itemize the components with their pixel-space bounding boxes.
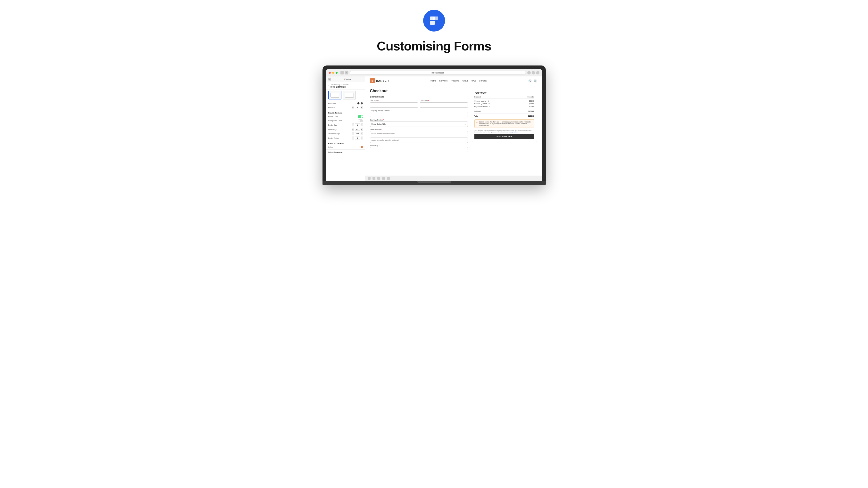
customizer-breadcrumb-parent: Customizing > General (330, 84, 349, 86)
country-required: * (383, 119, 384, 121)
svg-rect-1 (433, 17, 438, 20)
order-box: Your order Product Subtotal Conque Mauri… (472, 89, 537, 142)
textarea-height-input[interactable] (355, 132, 360, 135)
customizer-back-button[interactable]: ‹ (328, 85, 329, 87)
nav-news[interactable]: News (471, 79, 476, 82)
border-color-toggle[interactable] (358, 115, 363, 118)
place-order-button[interactable]: PLACE ORDER (474, 134, 534, 139)
first-name-required: * (378, 100, 379, 102)
nav-products[interactable]: Products (451, 79, 459, 82)
textarea-height-plus[interactable]: + (361, 132, 363, 135)
input-height-stepper: − + (352, 128, 363, 131)
input-height-minus[interactable]: − (352, 128, 354, 131)
border-size-plus[interactable]: + (361, 124, 363, 126)
font-size-plus[interactable]: + (361, 106, 363, 109)
street-row: Street address * (370, 129, 468, 143)
preview-thumb-2[interactable] (343, 91, 356, 99)
input-height-label: Input Height (328, 129, 351, 130)
last-name-required: * (428, 100, 429, 102)
bottom-icon-4[interactable] (382, 177, 385, 180)
company-input[interactable] (370, 112, 468, 117)
bottom-icon-3[interactable] (377, 177, 380, 180)
order-table-header: Product Subtotal (474, 96, 534, 99)
name-row: First name * Last name * (370, 100, 468, 108)
town-input[interactable] (370, 147, 468, 152)
app-logo (423, 10, 445, 32)
customizer-close-button[interactable]: × (328, 77, 331, 80)
header-cart-icon[interactable]: 🛒 (534, 79, 537, 83)
order-title: Your order (474, 92, 534, 94)
street-required: * (381, 129, 382, 130)
order-subtotal-col: Subtotal (528, 96, 534, 98)
nav-services[interactable]: Services (439, 79, 448, 82)
last-name-input[interactable] (420, 102, 468, 108)
browser-url-bar[interactable]: blocksy.local (350, 71, 526, 75)
browser-minimize-dot[interactable] (332, 72, 334, 74)
border-radius-input[interactable] (355, 136, 360, 139)
browser-action-3[interactable] (536, 71, 539, 74)
border-radius-plus[interactable]: + (361, 136, 363, 139)
font-size-stepper: − + (352, 106, 363, 109)
checkout-title: Checkout (370, 89, 468, 93)
site-navigation: Home Services Products About News Contac… (393, 79, 524, 82)
font-size-input[interactable] (355, 106, 360, 109)
bottom-icon-2[interactable] (372, 177, 375, 180)
street-input-2[interactable] (370, 137, 468, 143)
header-search-icon[interactable]: 🔍 (528, 79, 532, 83)
browser-back-button[interactable]: ‹ (340, 71, 344, 74)
street-group: Street address * (370, 129, 468, 143)
input-height-plus[interactable]: + (361, 128, 363, 131)
browser-action-2[interactable] (532, 71, 535, 74)
site-header: B BARBER Home Services Products About Ne… (365, 76, 542, 86)
checkout-content: Checkout Billing details First name * (365, 86, 542, 175)
textarea-height-minus[interactable]: − (352, 132, 354, 135)
radio-color-swatch[interactable] (361, 146, 363, 148)
border-size-row: Border Size − + (327, 123, 365, 127)
country-group: Country / Region * United States (US) ▼ (370, 119, 468, 127)
border-color-label: Border Color (328, 116, 357, 118)
border-radius-minus[interactable]: − (352, 136, 354, 139)
nav-home[interactable]: Home (431, 79, 436, 82)
background-color-toggle[interactable] (358, 119, 363, 122)
input-textarea-section: Input & Textarea (327, 110, 365, 115)
border-radius-label: Border Radius (328, 137, 351, 139)
nav-contact[interactable]: Contact (479, 79, 487, 82)
nav-about[interactable]: About (462, 79, 468, 82)
font-size-minus[interactable]: − (352, 106, 354, 109)
country-select[interactable]: United States (US) (370, 122, 468, 127)
country-row: Country / Region * United States (US) ▼ (370, 119, 468, 127)
border-size-input[interactable] (355, 124, 360, 126)
customizer-publish-label: Publish (332, 78, 363, 80)
font-color-swatch-1[interactable] (357, 102, 360, 104)
privacy-policy-link[interactable]: privacy policy (508, 131, 517, 133)
bottom-icon-1[interactable] (368, 177, 371, 180)
browser-action-1[interactable] (527, 71, 531, 74)
company-group: Company name (optional) (370, 110, 468, 118)
preview-thumb-1[interactable] (328, 91, 341, 99)
radio-checkbox-section: Radio & Checkbox (327, 141, 365, 145)
background-color-row: Background Color (327, 119, 365, 123)
country-label: Country / Region * (370, 119, 468, 121)
street-input-1[interactable] (370, 131, 468, 136)
font-color-swatch-2[interactable] (361, 102, 363, 104)
bottom-icon-5[interactable] (387, 177, 390, 180)
first-name-input[interactable] (370, 102, 418, 108)
order-divider-2 (474, 113, 534, 114)
font-color-row: Font Color › (327, 101, 365, 105)
customizer-panel: × Publish ‹ Customizing > General Form E… (327, 76, 365, 181)
font-size-row: Font Size − + (327, 105, 365, 110)
privacy-text: Your personal data will be used to proce… (474, 130, 534, 133)
browser-close-dot[interactable] (329, 72, 331, 74)
order-item-2: Dignissim Sodales × 1 $60.00 (474, 105, 534, 108)
border-size-minus[interactable]: − (352, 124, 354, 126)
browser-maximize-dot[interactable] (336, 72, 338, 74)
browser-action-buttons (527, 71, 539, 74)
order-product-col: Product (474, 96, 481, 98)
browser-forward-button[interactable]: › (345, 71, 348, 74)
order-item-0-price: $25.00 (529, 100, 534, 102)
order-subtotal-label: Subtotal (474, 110, 481, 112)
town-label: Town / City * (370, 145, 468, 147)
first-name-group: First name * (370, 100, 418, 108)
input-height-input[interactable] (355, 128, 360, 131)
browser-chrome: ‹ › blocksy.local (327, 69, 542, 76)
